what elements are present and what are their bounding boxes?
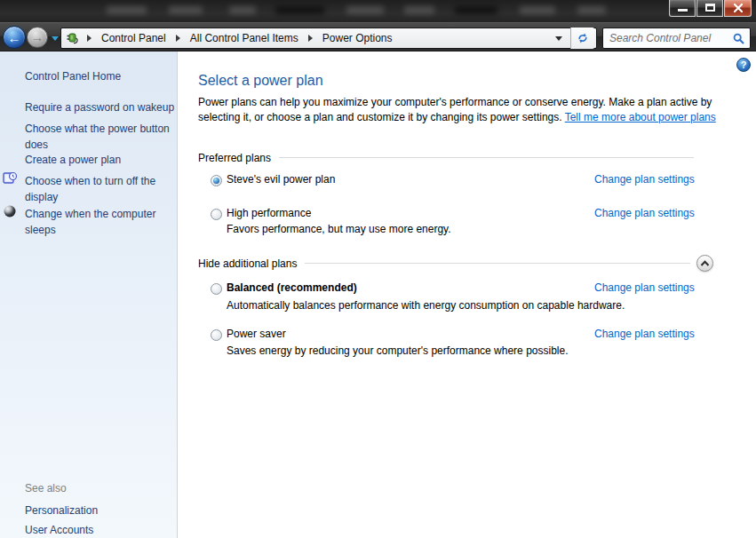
window-titlebar[interactable] bbox=[0, 0, 756, 22]
sidebar-item-require-password[interactable]: Require a password on wakeup bbox=[25, 99, 181, 115]
arrow-right-icon: → bbox=[31, 30, 44, 44]
section-header: Preferred plans bbox=[198, 152, 271, 164]
recent-pages-dropdown[interactable] bbox=[52, 36, 59, 41]
sleep-orb-icon bbox=[3, 204, 17, 218]
breadcrumb-arrow-icon bbox=[308, 35, 313, 42]
plan-name-power-saver[interactable]: Power saver bbox=[227, 328, 286, 340]
breadcrumb-all-items[interactable]: All Control Panel Items bbox=[188, 29, 300, 47]
change-plan-settings-link-2[interactable]: Change plan settings bbox=[594, 207, 695, 219]
search-icon[interactable] bbox=[733, 33, 744, 44]
titlebar-glass-blur bbox=[404, 6, 434, 14]
titlebar-glass-blur bbox=[229, 6, 256, 14]
collapse-section-button[interactable] bbox=[696, 255, 713, 272]
titlebar-glass-blur bbox=[520, 6, 555, 14]
change-plan-settings-link-4[interactable]: Change plan settings bbox=[594, 328, 695, 340]
minimize-icon bbox=[678, 9, 688, 12]
breadcrumb-arrow-icon bbox=[176, 35, 180, 42]
sidebar-item-computer-sleeps[interactable]: Change when the computer sleeps bbox=[25, 206, 167, 238]
plan-desc-high-performance: Favors performance, but may use more ene… bbox=[227, 223, 451, 235]
refresh-button[interactable] bbox=[570, 28, 594, 49]
chevron-up-icon bbox=[700, 260, 710, 267]
section-header: Hide additional plans bbox=[198, 257, 297, 270]
breadcrumb-arrow-icon bbox=[87, 35, 92, 42]
titlebar-glass-blur bbox=[346, 6, 384, 14]
radio-power-saver[interactable] bbox=[211, 329, 222, 341]
search-input[interactable] bbox=[603, 32, 733, 44]
window-controls bbox=[669, 0, 752, 17]
power-options-icon bbox=[65, 31, 79, 45]
breadcrumb: Control Panel All Control Panel Items Po… bbox=[60, 28, 597, 49]
section-divider bbox=[305, 263, 690, 264]
page-description: Power plans can help you maximize your c… bbox=[198, 95, 730, 125]
radio-high-performance[interactable] bbox=[211, 209, 222, 220]
sidebar-item-power-button[interactable]: Choose what the power button does bbox=[25, 121, 178, 153]
close-icon bbox=[733, 3, 744, 13]
page-title: Select a power plan bbox=[198, 73, 323, 89]
plan-name-balanced[interactable]: Balanced (recommended) bbox=[227, 281, 357, 294]
breadcrumb-control-panel[interactable]: Control Panel bbox=[99, 29, 168, 47]
refresh-icon bbox=[577, 32, 589, 44]
titlebar-glass-blur bbox=[455, 6, 497, 14]
arrow-left-icon: ← bbox=[8, 30, 21, 45]
minimize-button[interactable] bbox=[669, 0, 696, 17]
sidebar-item-turn-off-display[interactable]: Choose when to turn off the display bbox=[25, 173, 171, 205]
change-plan-settings-link-3[interactable]: Change plan settings bbox=[594, 281, 695, 294]
titlebar-glass-blur bbox=[107, 6, 147, 14]
sidebar-item-create-plan[interactable]: Create a power plan bbox=[25, 152, 178, 168]
plan-desc-balanced: Automatically balances performance with … bbox=[227, 299, 625, 312]
titlebar-glass-blur bbox=[275, 6, 324, 14]
main-pane: ? Select a power plan Power plans can he… bbox=[178, 51, 756, 538]
radio-steves-evil-power-plan[interactable] bbox=[211, 175, 222, 186]
plan-name-steves-evil[interactable]: Steve's evil power plan bbox=[227, 173, 335, 186]
help-icon: ? bbox=[741, 59, 747, 70]
sidebar-item-personalization[interactable]: Personalization bbox=[25, 502, 178, 518]
see-also-header: See also bbox=[25, 482, 67, 494]
plan-desc-power-saver: Saves energy by reducing your computer's… bbox=[227, 344, 569, 357]
radio-balanced[interactable] bbox=[211, 283, 222, 295]
navigation-toolbar: ← → Control Panel All Control Panel Item… bbox=[0, 22, 756, 51]
section-additional-plans: Hide additional plans bbox=[198, 255, 713, 272]
close-button[interactable] bbox=[724, 0, 752, 17]
change-plan-settings-link-1[interactable]: Change plan settings bbox=[594, 173, 695, 186]
sidebar-item-control-panel-home[interactable]: Control Panel Home bbox=[25, 68, 178, 84]
breadcrumb-power-options[interactable]: Power Options bbox=[321, 29, 394, 47]
sidebar: Control Panel Home Require a password on… bbox=[0, 51, 178, 538]
maximize-icon bbox=[705, 4, 715, 12]
plan-name-high-performance[interactable]: High performance bbox=[227, 207, 311, 219]
section-divider bbox=[279, 157, 694, 158]
help-button[interactable]: ? bbox=[736, 58, 751, 72]
titlebar-glass-blur bbox=[577, 6, 606, 14]
sidebar-item-user-accounts[interactable]: User Accounts bbox=[25, 522, 178, 538]
address-dropdown-icon[interactable] bbox=[555, 36, 562, 41]
display-clock-icon bbox=[3, 171, 18, 186]
power-options-window: ← → Control Panel All Control Panel Item… bbox=[0, 0, 756, 538]
back-button[interactable]: ← bbox=[3, 26, 26, 49]
search-box bbox=[602, 28, 751, 49]
section-preferred-plans: Preferred plans bbox=[198, 149, 694, 166]
forward-button[interactable]: → bbox=[27, 27, 48, 48]
tell-me-more-link[interactable]: Tell me more about power plans bbox=[565, 111, 716, 123]
titlebar-glass-blur bbox=[169, 6, 203, 14]
window-content: Control Panel Home Require a password on… bbox=[0, 51, 756, 538]
maximize-button[interactable] bbox=[696, 0, 723, 17]
